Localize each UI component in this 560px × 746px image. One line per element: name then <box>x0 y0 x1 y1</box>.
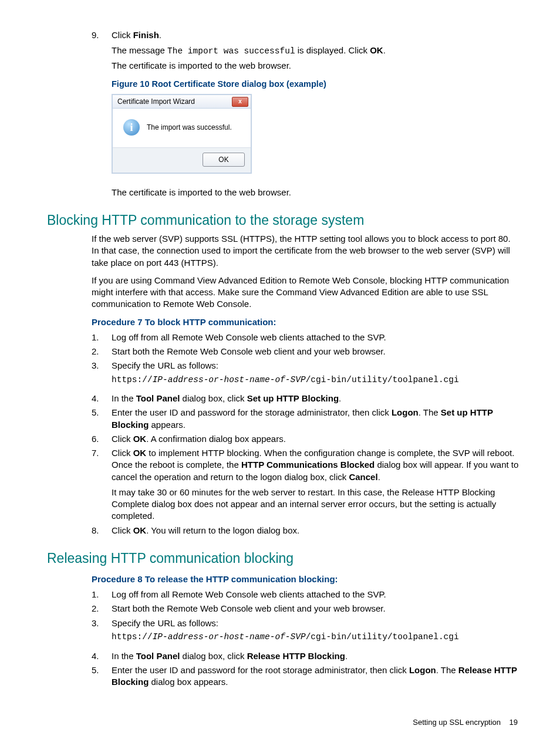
dialog-titlebar: Certificate Import Wizard x <box>113 95 251 109</box>
heading-blocking-http: Blocking HTTP communication to the stora… <box>47 211 520 229</box>
proc8-url: https://IP-address-or-host-name-of-SVP/c… <box>112 632 520 643</box>
procedure-7-title: Procedure 7 To block HTTP communication: <box>92 316 520 328</box>
proc7-url: https://IP-address-or-host-name-of-SVP/c… <box>112 374 520 386</box>
proc7-step-7: 7. Click OK to implement HTTP blocking. … <box>92 447 520 522</box>
proc7-step-6: 6. Click OK. A confirmation dialog box a… <box>92 433 520 445</box>
figure-10-dialog: Certificate Import Wizard x i The import… <box>112 94 252 174</box>
after-figure-text: The certificate is imported to the web b… <box>112 187 520 198</box>
proc8-step-1: 1. Log off from all Remote Web Console w… <box>92 589 520 600</box>
close-icon[interactable]: x <box>232 97 248 107</box>
step-number: 9. <box>92 29 112 72</box>
page-footer: Setting up SSL encryption 19 <box>40 717 520 728</box>
procedure-8-title: Procedure 8 To release the HTTP communic… <box>92 573 520 585</box>
proc8-step-5: 5. Enter the user ID and password for th… <box>92 664 520 688</box>
blocking-para-1: If the web server (SVP) supports SSL (HT… <box>92 233 520 269</box>
dialog-title: Certificate Import Wizard <box>117 97 195 106</box>
proc8-step-3: 3. Specify the URL as follows: https://I… <box>92 617 520 648</box>
figure-10-caption: Figure 10 Root Certificate Store dialog … <box>112 79 520 90</box>
ok-button[interactable]: OK <box>203 153 245 167</box>
proc7-step-4: 4. In the Tool Panel dialog box, click S… <box>92 393 520 404</box>
dialog-content: i The import was successful. <box>113 109 251 147</box>
info-icon: i <box>123 119 140 136</box>
dialog-footer: OK <box>113 147 251 173</box>
step-body: Click Finish. The message The import was… <box>112 29 520 72</box>
step-9: 9. Click Finish. The message The import … <box>92 29 520 72</box>
proc7-step-2: 2. Start both the Remote Web Console web… <box>92 346 520 357</box>
proc7-step-3: 3. Specify the URL as follows: https://I… <box>92 360 520 390</box>
proc7-step-8: 8. Click OK. You will return to the logo… <box>92 525 520 536</box>
proc7-step-1: 1. Log off from all Remote Web Console w… <box>92 332 520 343</box>
proc8-step-2: 2. Start both the Remote Web Console web… <box>92 603 520 615</box>
proc7-step-5: 5. Enter the user ID and password for th… <box>92 407 520 431</box>
proc8-step-4: 4. In the Tool Panel dialog box, click R… <box>92 650 520 662</box>
dialog-message: The import was successful. <box>147 123 232 132</box>
heading-releasing-http: Releasing HTTP communication blocking <box>47 549 520 568</box>
blocking-para-2: If you are using Command View Advanced E… <box>92 275 520 310</box>
